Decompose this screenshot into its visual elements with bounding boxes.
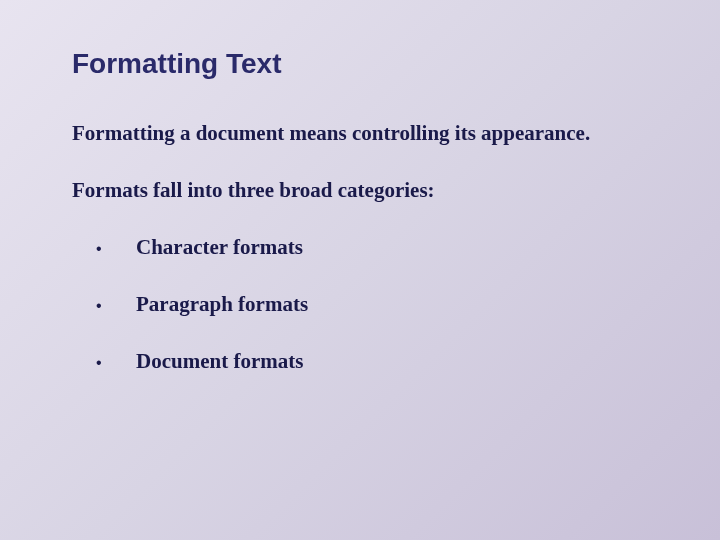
slide-content: Formatting Text Formatting a document me…	[0, 0, 720, 374]
bullet-icon: •	[96, 354, 136, 372]
list-item: • Character formats	[96, 235, 648, 260]
slide-title: Formatting Text	[72, 48, 648, 80]
list-item: • Document formats	[96, 349, 648, 374]
bullet-text: Character formats	[136, 235, 303, 260]
bullet-icon: •	[96, 240, 136, 258]
bullet-text: Paragraph formats	[136, 292, 308, 317]
bullet-icon: •	[96, 297, 136, 315]
list-item: • Paragraph formats	[96, 292, 648, 317]
bullet-list: • Character formats • Paragraph formats …	[72, 235, 648, 374]
intro-paragraph: Formatting a document means controlling …	[72, 120, 648, 147]
subintro-paragraph: Formats fall into three broad categories…	[72, 177, 648, 204]
bullet-text: Document formats	[136, 349, 303, 374]
